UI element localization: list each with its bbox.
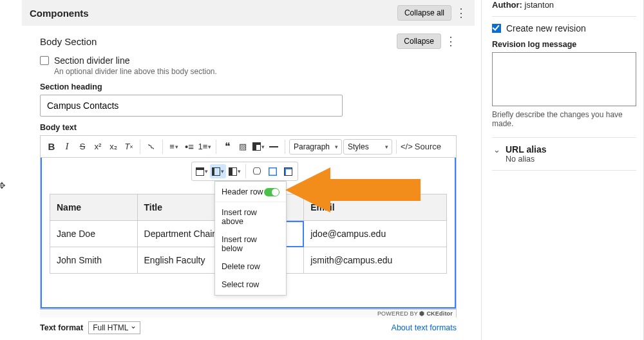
cell[interactable]: jdoe@campus.edu [304, 221, 447, 247]
table-button[interactable]: ▾ [251, 139, 265, 155]
col-name: Name [50, 194, 138, 221]
editor-footer: POWERED BY ⬢ CKEditor [40, 309, 457, 317]
sidebar: Author: jstanton Create new revision Rev… [482, 0, 644, 340]
table-sub-toolbar: ▾ ▾ ▾ 🖵 [191, 162, 298, 181]
body-section-title: Body Section [40, 36, 397, 47]
divider-hint: An optional divider line above this body… [54, 67, 457, 76]
editor-toolbar: B I S x² x₂ T× ⌇ ≡▾ •≡ 1≡▾ ❝ ▨ ▾ [41, 136, 456, 158]
ckeditor-brand: CKEditor [426, 310, 453, 317]
components-title: Components [30, 8, 397, 19]
body-text-label: Body text [40, 123, 457, 132]
url-alias-sub: No alias [506, 155, 547, 164]
divider-checkbox[interactable] [40, 56, 49, 65]
collapse-all-button[interactable]: Collapse all [397, 5, 451, 21]
collapse-button[interactable]: Collapse [397, 33, 441, 49]
blockquote-button[interactable]: ❝ [220, 139, 234, 155]
divider-label: Section divider line [54, 55, 130, 66]
insert-row-below[interactable]: Insert row below [215, 231, 286, 258]
url-alias-accordion[interactable]: ⌄ URL alias No alias [492, 137, 636, 171]
code-icon: </> [401, 142, 413, 151]
source-label: Source [415, 142, 441, 151]
author-line: Author: jstanton [492, 0, 636, 17]
chevron-down-icon: ⌄ [493, 145, 500, 155]
col-email: Email [304, 194, 447, 221]
create-revision-label: Create new revision [506, 23, 586, 33]
subscript-button[interactable]: x₂ [106, 139, 120, 155]
number-list-button[interactable]: 1≡▾ [198, 139, 212, 155]
bullet-list-button[interactable]: •≡ [182, 139, 196, 155]
image-button[interactable]: ▨ [236, 139, 250, 155]
merge-menu-button[interactable]: ▾ [227, 164, 242, 178]
source-button[interactable]: </> Source [401, 139, 441, 155]
paragraph-select[interactable]: Paragraph [289, 139, 342, 155]
section-more-icon[interactable]: ⋮ [445, 37, 457, 46]
section-heading-input[interactable] [40, 95, 343, 117]
row-dropdown: Header row Insert row above Insert row b… [214, 181, 287, 296]
superscript-button[interactable]: x² [91, 139, 105, 155]
cell-props-button[interactable] [281, 164, 295, 178]
powered-by-label: POWERED BY [377, 310, 418, 317]
cell[interactable]: Jane Doe [50, 221, 138, 247]
cell[interactable]: jsmith@campus.edu [304, 247, 447, 274]
italic-button[interactable]: I [60, 139, 74, 155]
components-header: Components Collapse all ⋮ [22, 0, 475, 26]
select-row[interactable]: Select row [215, 276, 286, 294]
align-button[interactable]: ≡▾ [167, 139, 181, 155]
header-row-toggle[interactable]: Header row [215, 183, 286, 202]
toggle-on-icon [264, 188, 279, 196]
about-text-formats-link[interactable]: About text formats [392, 323, 457, 332]
bold-button[interactable]: B [44, 139, 59, 155]
author-label: Author: [492, 0, 522, 10]
author-value: jstanton [525, 0, 554, 10]
table-width-button[interactable]: 🖵 [250, 164, 264, 178]
rich-text-editor: B I S x² x₂ T× ⌇ ≡▾ •≡ 1≡▾ ❝ ▨ ▾ [40, 135, 457, 309]
delete-row[interactable]: Delete row [215, 258, 286, 276]
create-revision-checkbox[interactable] [492, 24, 501, 33]
insert-row-above[interactable]: Insert row above [215, 203, 286, 231]
components-more-icon[interactable]: ⋮ [455, 8, 467, 17]
hr-button[interactable] [267, 139, 281, 155]
clear-format-button[interactable]: T× [122, 139, 136, 155]
editor-canvas[interactable]: ▾ ▾ ▾ 🖵 Header row Insert row abov [41, 158, 456, 308]
text-format-select[interactable]: Full HTML [88, 321, 140, 334]
url-alias-title: URL alias [506, 144, 547, 155]
column-menu-button[interactable]: ▾ [194, 164, 209, 178]
revision-log-textarea[interactable] [492, 52, 636, 106]
move-handle-icon[interactable]: ✥ [0, 180, 6, 191]
revision-log-label: Revision log message [492, 40, 636, 49]
styles-select[interactable]: Styles [343, 139, 392, 155]
header-row-label: Header row [222, 187, 263, 196]
cell[interactable]: John Smith [50, 247, 138, 274]
revision-hint: Briefly describe the changes you have ma… [492, 110, 636, 128]
link-button[interactable]: ⌇ [141, 136, 162, 157]
row-menu-button[interactable]: ▾ [210, 164, 226, 178]
text-format-row: Text format Full HTML About text formats [40, 321, 457, 334]
strike-button[interactable]: S [75, 139, 90, 155]
table-props-button[interactable] [265, 164, 279, 178]
text-format-label: Text format [40, 323, 83, 332]
section-heading-label: Section heading [40, 82, 457, 91]
